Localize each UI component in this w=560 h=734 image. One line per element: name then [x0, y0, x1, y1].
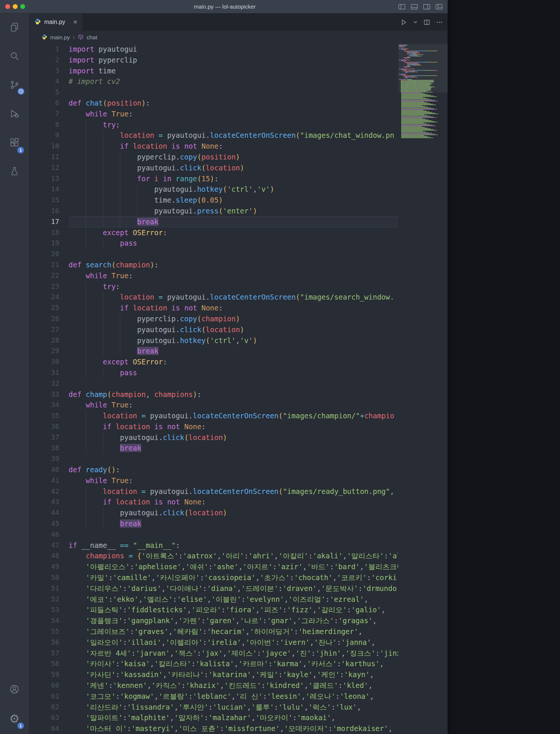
toggle-secondary-sidebar-icon[interactable]	[423, 4, 430, 9]
line-number[interactable]: 53	[29, 604, 69, 615]
line-number[interactable]: 9	[29, 130, 69, 141]
line-number[interactable]: 39	[29, 454, 69, 464]
code-line[interactable]: 6def chat(position):	[29, 98, 398, 109]
line-number[interactable]: 12	[29, 163, 69, 173]
line-number[interactable]: 15	[29, 195, 69, 206]
sidebar-item-explorer[interactable]	[0, 13, 29, 42]
code-line[interactable]: 44 pyautogui.click(location)	[29, 507, 398, 518]
line-number[interactable]: 1	[29, 44, 69, 55]
run-button[interactable]	[400, 19, 408, 26]
line-number[interactable]: 36	[29, 421, 69, 432]
line-number[interactable]: 64	[29, 723, 69, 734]
code-line[interactable]: 39	[29, 454, 398, 464]
line-number[interactable]: 34	[29, 400, 69, 410]
code-line[interactable]: 34 while True:	[29, 400, 398, 410]
code-line[interactable]: 54 '갱플랭크':'gangplank','가렌':'garen','나르':…	[29, 615, 398, 626]
line-number[interactable]: 4	[29, 76, 69, 87]
code-line[interactable]: 50 '카밀':'camille','카시오페아':'cassiopeia','…	[29, 572, 398, 583]
line-number[interactable]: 48	[29, 550, 69, 561]
line-number[interactable]: 14	[29, 184, 69, 195]
toggle-sidebar-icon[interactable]	[399, 4, 405, 9]
code-line[interactable]: 55 '그레이브즈':'graves','헤카림':'hecarim','하이머…	[29, 626, 398, 637]
code-line[interactable]: 53 '피들스틱':'fiddlesticks','피오라':'fiora','…	[29, 604, 398, 615]
code-line[interactable]: 13 for i in range(15):	[29, 173, 398, 184]
line-number[interactable]: 33	[29, 389, 69, 400]
code-line[interactable]: 49 '아펠리오스':'apheliose','애쉬':'ashe','아지르'…	[29, 561, 398, 572]
line-number[interactable]: 2	[29, 55, 69, 66]
line-number[interactable]: 61	[29, 691, 69, 702]
code-line[interactable]: 63 '말파이트':'malphite','말자하':'malzahar','마…	[29, 712, 398, 723]
code-line[interactable]: 31 pass	[29, 367, 398, 378]
code-line[interactable]: 4# import cv2	[29, 76, 398, 87]
breadcrumb-item-file[interactable]: main.py	[50, 34, 70, 40]
close-tab-icon[interactable]: ✕	[73, 19, 78, 25]
line-number[interactable]: 52	[29, 594, 69, 605]
code-line[interactable]: 21def search(champion):	[29, 260, 398, 270]
line-number[interactable]: 13	[29, 173, 69, 184]
line-number[interactable]: 38	[29, 443, 69, 454]
tab-main-py[interactable]: main.py ✕	[29, 13, 83, 31]
code-line[interactable]: 35 location = pyautogui.locateCenterOnSc…	[29, 410, 398, 421]
code-line[interactable]: 61 '코그모':'kogmaw','르블랑':'leblanc','리 신':…	[29, 691, 398, 702]
code-line[interactable]: 56 '일라오이':'illaoi','이렐리아':'irelia','아이번'…	[29, 637, 398, 648]
code-line[interactable]: 11 pyperclip.copy(position)	[29, 152, 398, 163]
sidebar-item-search[interactable]	[0, 42, 29, 71]
code-line[interactable]: 25 if location is not None:	[29, 303, 398, 313]
code-line[interactable]: 45 break	[29, 518, 398, 529]
code-line[interactable]: 20	[29, 249, 398, 260]
sidebar-item-run-debug[interactable]	[0, 100, 29, 129]
code-line[interactable]: 28 pyautogui.hotkey('ctrl','v')	[29, 335, 398, 346]
line-number[interactable]: 35	[29, 410, 69, 421]
line-number[interactable]: 10	[29, 141, 69, 152]
code-line[interactable]: 42 location = pyautogui.locateCenterOnSc…	[29, 486, 398, 497]
code-line[interactable]: 12 pyautogui.click(location)	[29, 163, 398, 173]
code-line[interactable]: 58 '카이사':'kaisa','칼리스타':'kalista','카르마':…	[29, 658, 398, 669]
code-line[interactable]: 29 break	[29, 346, 398, 357]
line-number[interactable]: 6	[29, 98, 69, 109]
code-line[interactable]: 46	[29, 529, 398, 540]
line-number[interactable]: 40	[29, 464, 69, 475]
code-line[interactable]: 7 while True:	[29, 109, 398, 119]
code-line[interactable]: 24 location = pyautogui.locateCenterOnSc…	[29, 292, 398, 303]
accounts-button[interactable]	[0, 676, 29, 704]
line-number[interactable]: 32	[29, 378, 69, 389]
line-number[interactable]: 26	[29, 313, 69, 324]
split-editor-icon[interactable]	[423, 19, 430, 26]
line-number[interactable]: 11	[29, 152, 69, 163]
line-number[interactable]: 5	[29, 87, 69, 98]
code-line[interactable]: 15 time.sleep(0.05)	[29, 195, 398, 206]
sidebar-item-extensions[interactable]: 1	[0, 129, 29, 158]
line-number[interactable]: 29	[29, 346, 69, 357]
line-number[interactable]: 16	[29, 206, 69, 216]
code-line[interactable]: 23 try:	[29, 281, 398, 292]
code-line[interactable]: 40def ready():	[29, 464, 398, 475]
line-number[interactable]: 27	[29, 324, 69, 335]
line-number[interactable]: 28	[29, 335, 69, 346]
minimize-window-button[interactable]	[13, 4, 18, 9]
line-number[interactable]: 37	[29, 432, 69, 443]
line-number[interactable]: 31	[29, 367, 69, 378]
code-line[interactable]: 51 '다리우스':'darius','다이애나':'diana','드레이븐'…	[29, 583, 398, 594]
code-line[interactable]: 2import pyperclip	[29, 55, 398, 66]
line-number[interactable]: 47	[29, 540, 69, 551]
code-line[interactable]: 33def champ(champion, champions):	[29, 389, 398, 400]
sidebar-item-testing[interactable]	[0, 158, 29, 186]
code-line[interactable]: 30 except OSError:	[29, 357, 398, 367]
code-line[interactable]: 18 except OSError:	[29, 227, 398, 238]
line-number[interactable]: 49	[29, 561, 69, 572]
line-number[interactable]: 19	[29, 238, 69, 249]
line-number[interactable]: 21	[29, 260, 69, 270]
line-number[interactable]: 50	[29, 572, 69, 583]
line-number[interactable]: 55	[29, 626, 69, 637]
line-number[interactable]: 3	[29, 66, 69, 76]
code-line[interactable]: 47if __name__ == "__main__":	[29, 540, 398, 551]
line-number[interactable]: 8	[29, 119, 69, 130]
line-number[interactable]: 43	[29, 497, 69, 507]
code-line[interactable]: 43 if location is not None:	[29, 497, 398, 507]
line-number[interactable]: 20	[29, 249, 69, 260]
settings-button[interactable]: ⚙ 1	[0, 704, 29, 733]
line-number[interactable]: 23	[29, 281, 69, 292]
line-number[interactable]: 46	[29, 529, 69, 540]
code-line[interactable]: 59 '카사딘':'kassadin','카타리나':'katarina','케…	[29, 669, 398, 680]
line-number[interactable]: 63	[29, 712, 69, 723]
